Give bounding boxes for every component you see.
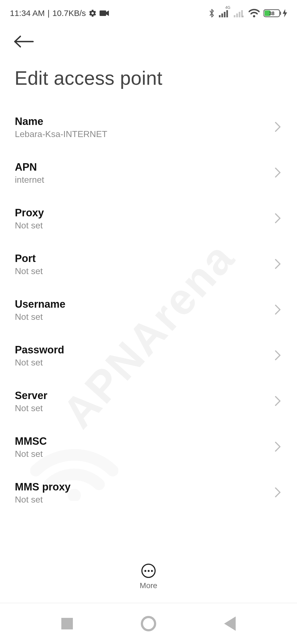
row-mms-proxy[interactable]: MMS proxy Not set <box>14 470 283 516</box>
row-label: Proxy <box>15 207 44 219</box>
more-label: More <box>140 581 157 590</box>
chevron-right-icon <box>274 121 281 133</box>
app-header <box>0 24 297 52</box>
page-title: Edit access point <box>0 52 297 105</box>
row-label: APN <box>15 161 44 173</box>
settings-list: Name Lebara-Ksa-INTERNET APN internet Pr… <box>0 105 297 516</box>
svg-rect-5 <box>226 10 228 17</box>
row-label: Name <box>15 116 107 127</box>
svg-text:38: 38 <box>269 11 274 16</box>
row-value: Not set <box>15 266 43 276</box>
row-value: Lebara-Ksa-INTERNET <box>15 129 107 139</box>
row-server[interactable]: Server Not set <box>14 379 283 424</box>
svg-rect-7 <box>236 13 238 17</box>
row-label: MMSC <box>15 435 47 447</box>
svg-rect-4 <box>224 12 226 17</box>
status-right: 4G x 38 <box>208 8 287 18</box>
svg-rect-8 <box>239 12 240 17</box>
row-value: Not set <box>15 220 44 231</box>
bluetooth-icon <box>208 8 215 18</box>
more-icon <box>141 564 156 578</box>
status-separator: | <box>48 9 50 18</box>
row-value: Not set <box>15 449 47 459</box>
chevron-right-icon <box>274 487 281 499</box>
battery-icon: 38 <box>263 9 287 18</box>
svg-point-11 <box>253 15 255 17</box>
row-port[interactable]: Port Not set <box>14 242 283 287</box>
list-fade-overlay <box>0 528 297 561</box>
chevron-right-icon <box>274 304 281 316</box>
gear-icon <box>89 9 97 17</box>
row-proxy[interactable]: Proxy Not set <box>14 196 283 242</box>
status-time: 11:34 AM <box>10 9 45 18</box>
row-value: Not set <box>15 403 47 413</box>
chevron-right-icon <box>274 167 281 179</box>
svg-rect-2 <box>219 15 221 17</box>
nav-back-button[interactable] <box>224 616 236 631</box>
status-left: 11:34 AM | 10.7KB/s <box>10 9 109 18</box>
chevron-right-icon <box>274 350 281 362</box>
svg-rect-13 <box>280 12 281 15</box>
row-username[interactable]: Username Not set <box>14 287 283 333</box>
svg-rect-6 <box>234 15 235 17</box>
nav-home-button[interactable] <box>141 616 156 631</box>
status-netspeed: 10.7KB/s <box>53 9 86 18</box>
row-name[interactable]: Name Lebara-Ksa-INTERNET <box>14 105 283 150</box>
more-button[interactable]: More <box>0 564 297 590</box>
row-mmsc[interactable]: MMSC Not set <box>14 424 283 470</box>
signal-2-icon: x <box>234 9 245 17</box>
row-value: Not set <box>15 312 65 322</box>
chevron-right-icon <box>274 258 281 271</box>
svg-rect-1 <box>100 10 106 16</box>
row-value: Not set <box>15 358 64 368</box>
chevron-right-icon <box>274 213 281 225</box>
row-value: internet <box>15 175 44 185</box>
svg-rect-3 <box>221 13 223 17</box>
status-bar: 11:34 AM | 10.7KB/s 4G x <box>0 0 297 24</box>
row-value: Not set <box>15 495 71 505</box>
svg-text:x: x <box>242 14 244 17</box>
chevron-right-icon <box>274 395 281 408</box>
camera-icon <box>100 10 109 17</box>
row-apn[interactable]: APN internet <box>14 150 283 196</box>
row-label: Port <box>15 253 43 264</box>
row-password[interactable]: Password Not set <box>14 333 283 379</box>
row-label: Username <box>15 298 65 310</box>
system-nav-bar <box>0 603 297 644</box>
wifi-icon <box>249 9 260 18</box>
nav-recents-button[interactable] <box>61 618 73 629</box>
signal-1-icon: 4G <box>219 9 230 17</box>
row-label: MMS proxy <box>15 481 71 493</box>
row-label: Password <box>15 344 64 356</box>
chevron-right-icon <box>274 441 281 453</box>
back-button[interactable] <box>13 35 284 50</box>
row-label: Server <box>15 390 47 402</box>
